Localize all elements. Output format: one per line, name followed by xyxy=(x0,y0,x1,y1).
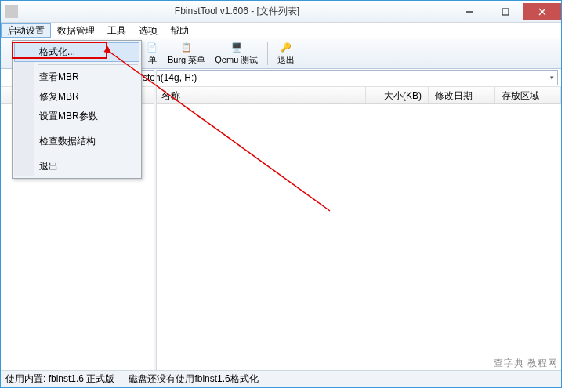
dd-repair-mbr[interactable]: 修复MBR xyxy=(14,87,139,107)
maximize-button[interactable] xyxy=(487,3,523,20)
exit-icon: 🔑 xyxy=(280,41,292,53)
list-icon: 📄 xyxy=(146,41,158,53)
menubar: 启动设置 数据管理 工具 选项 帮助 xyxy=(1,23,561,38)
window-title: FbinstTool v1.606 - [文件列表] xyxy=(23,5,451,18)
toolbar-separator xyxy=(267,42,268,65)
titlebar: FbinstTool v1.606 - [文件列表] xyxy=(1,1,561,23)
menu-boot-settings[interactable]: 启动设置 xyxy=(1,23,51,38)
splitter[interactable] xyxy=(154,70,157,370)
dd-view-mbr[interactable]: 查看MBR xyxy=(14,67,139,87)
chevron-down-icon: ▾ xyxy=(550,74,554,82)
statusbar: 使用内置: fbinst1.6 正式版 磁盘还没有使用fbinst1.6格式化 xyxy=(1,370,561,387)
menu-tools[interactable]: 工具 xyxy=(101,23,132,38)
toolbar-btn-qemu[interactable]: 🖥️Qemu 测试 xyxy=(215,41,258,66)
col-date[interactable]: 修改日期 xyxy=(429,87,495,103)
toolbar-btn-burg[interactable]: 📋Burg 菜单 xyxy=(168,41,205,66)
menu-icon: 📋 xyxy=(180,41,193,53)
dd-separator xyxy=(38,64,138,65)
menu-help[interactable]: 帮助 xyxy=(164,23,195,38)
dd-format[interactable]: 格式化... xyxy=(14,42,139,62)
minimize-button[interactable] xyxy=(451,3,487,20)
dd-separator xyxy=(38,129,138,129)
toolbar-btn-menu[interactable]: 📄单 xyxy=(146,41,158,66)
col-size[interactable]: 大小(KB) xyxy=(366,87,429,103)
combo-text: ston(14g, H:) xyxy=(143,72,197,83)
menu-data-mgmt[interactable]: 数据管理 xyxy=(51,23,101,38)
col-name[interactable]: 名称 xyxy=(155,87,366,103)
dd-separator xyxy=(38,154,138,154)
close-button[interactable] xyxy=(523,3,561,20)
toolbar-btn-exit[interactable]: 🔑退出 xyxy=(277,41,295,66)
status-engine: 使用内置: fbinst1.6 正式版 xyxy=(5,372,114,386)
dd-check-struct[interactable]: 检查数据结构 xyxy=(14,132,139,151)
monitor-icon: 🖥️ xyxy=(230,41,243,53)
app-icon xyxy=(5,5,18,18)
dd-set-mbr[interactable]: 设置MBR参数 xyxy=(14,107,139,126)
dd-exit[interactable]: 退出 xyxy=(14,157,139,176)
status-message: 磁盘还没有使用fbinst1.6格式化 xyxy=(129,372,258,386)
disk-combo[interactable]: ston(14g, H:) ▾ xyxy=(139,70,558,85)
watermark: 查字典 教程网 xyxy=(494,357,558,370)
menu-options[interactable]: 选项 xyxy=(132,23,164,38)
col-area[interactable]: 存放区域 xyxy=(495,87,561,103)
window: FbinstTool v1.606 - [文件列表] 启动设置 数据管理 工具 … xyxy=(0,0,562,388)
svg-rect-1 xyxy=(502,9,509,15)
dropdown-menu: 格式化... 查看MBR 修复MBR 设置MBR参数 检查数据结构 退出 xyxy=(12,40,142,179)
